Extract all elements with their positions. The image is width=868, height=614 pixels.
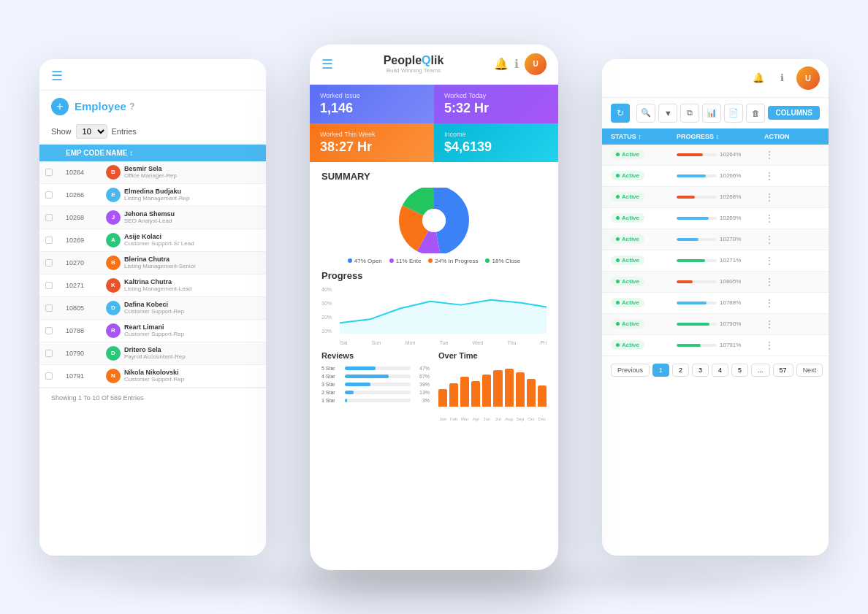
row-checkbox[interactable]	[45, 350, 53, 357]
row-checkbox[interactable]	[45, 304, 53, 312]
review-pct: 47%	[414, 366, 430, 371]
filter-button[interactable]: ▼	[658, 104, 677, 123]
info-icon[interactable]: ℹ	[514, 57, 519, 71]
avatar: D	[106, 346, 121, 361]
action-menu-icon[interactable]: ⋮	[764, 212, 774, 224]
emp-name: Elmedina Budjaku	[124, 188, 189, 195]
bottom-charts: Reviews 5 Star 47% 4 Star 67% 3 Star 39%…	[321, 351, 547, 421]
stat-card: Worked This Week 38:27 Hr	[310, 123, 434, 162]
progress-cell: 10268%	[677, 193, 764, 200]
rt-table-header: STATUS ↕ PROGRESS ↕ ACTION	[602, 128, 829, 145]
action-menu-icon[interactable]: ⋮	[764, 318, 774, 330]
page-4-button[interactable]: 4	[712, 364, 728, 377]
excel-button[interactable]: 📊	[702, 104, 721, 123]
table-row: Active 10269% ⋮	[602, 208, 829, 229]
pdf-button[interactable]: 📄	[724, 104, 743, 123]
action-menu-icon[interactable]: ⋮	[764, 170, 774, 182]
employee-table: EMP CODE NAME ↕ 10264 B Besmir Sela Offi…	[39, 145, 266, 388]
table-header: EMP CODE NAME ↕	[39, 145, 266, 161]
row-checkbox[interactable]	[45, 282, 53, 289]
show-entries-control: Show 10 25 50 Entries	[39, 118, 266, 145]
progress-bar-bg	[677, 344, 717, 347]
row-checkbox[interactable]	[45, 327, 53, 334]
page-ellipsis[interactable]: ...	[751, 364, 770, 377]
copy-button[interactable]: ⧉	[680, 104, 699, 123]
action-menu-icon[interactable]: ⋮	[764, 297, 774, 309]
phone-hamburger-icon[interactable]: ☰	[321, 56, 333, 72]
page-last-button[interactable]: 57	[773, 364, 793, 377]
columns-button[interactable]: COLUMNS	[768, 106, 820, 120]
action-cell: ⋮	[764, 255, 815, 266]
status-badge: Active	[611, 234, 644, 244]
page-5-button[interactable]: 5	[731, 364, 748, 377]
delete-button[interactable]: 🗑	[746, 104, 765, 123]
progress-bar-bg	[677, 196, 717, 199]
stat-value: $4,6139	[444, 139, 548, 155]
review-pct: 13%	[414, 390, 430, 395]
emp-role: Listing Management-Lead	[124, 285, 192, 292]
status-dot	[616, 322, 620, 326]
bell-icon[interactable]: 🔔	[494, 57, 509, 71]
action-menu-icon[interactable]: ⋮	[764, 149, 774, 161]
action-cell: ⋮	[764, 276, 815, 288]
ot-x-label: Apr	[471, 417, 480, 421]
bell-icon[interactable]: 🔔	[750, 69, 767, 87]
entries-select[interactable]: 10 25 50	[76, 124, 107, 139]
overtime-bar	[482, 375, 491, 406]
pagination: Previous 1 2 3 4 5 ... 57 Next	[602, 356, 829, 384]
ot-x-label: Mar	[460, 417, 469, 421]
line-chart: 40%30%20%10% SatSunMonTueWedThuFri	[321, 287, 547, 345]
stat-card: Worked Issue 1,146	[310, 85, 434, 123]
progress-bar-bg	[677, 323, 717, 326]
emp-role: Listing Management-Senior	[124, 263, 196, 269]
review-row: 2 Star 13%	[321, 390, 430, 395]
legend-dot	[485, 258, 490, 263]
action-menu-icon[interactable]: ⋮	[764, 234, 774, 245]
prev-button[interactable]: Previous	[611, 364, 650, 377]
row-checkbox[interactable]	[45, 259, 53, 266]
page-3-button[interactable]: 3	[692, 364, 709, 377]
ot-x-label: Jun	[482, 417, 491, 421]
progress-bar-bg	[677, 302, 717, 304]
progress-cell: 10269%	[677, 215, 764, 221]
emp-details: Kaltrina Chutra Listing Management-Lead	[124, 278, 192, 292]
progress-bar-bg	[677, 280, 717, 283]
review-row: 3 Star 39%	[321, 382, 430, 387]
table-row: 10268 J Jehona Shemsu SEO Analyst-Lead	[39, 207, 266, 229]
ot-x-label: Jan	[438, 417, 447, 421]
refresh-button[interactable]: ↻	[611, 104, 630, 123]
progress-bar-bg	[677, 217, 717, 220]
search-button[interactable]: 🔍	[636, 104, 655, 123]
status-cell: Active	[611, 234, 677, 244]
row-checkbox[interactable]	[45, 237, 53, 244]
page-2-button[interactable]: 2	[672, 364, 689, 377]
page-1-button[interactable]: 1	[652, 364, 669, 377]
emp-info: A Asije Kolaci Customer Support-Sr Lead	[106, 233, 260, 247]
action-menu-icon[interactable]: ⋮	[764, 191, 774, 203]
progress-label: 10269%	[720, 215, 741, 221]
table-row: Active 10270% ⋮	[602, 229, 829, 250]
review-fill	[345, 375, 389, 378]
header-icons: 🔔 ℹ U	[494, 53, 547, 75]
user-avatar[interactable]: U	[525, 53, 547, 75]
user-avatar[interactable]: U	[796, 66, 820, 90]
status-badge: Active	[611, 319, 644, 329]
progress-cell: 10805%	[677, 278, 764, 285]
hamburger-icon[interactable]: ☰	[51, 68, 63, 84]
next-button[interactable]: Next	[796, 364, 823, 377]
action-menu-icon[interactable]: ⋮	[764, 255, 774, 266]
progress-fill	[677, 238, 698, 241]
help-icon[interactable]: ?	[129, 101, 134, 112]
row-checkbox[interactable]	[45, 169, 53, 176]
add-employee-button[interactable]: +	[51, 98, 69, 115]
row-checkbox[interactable]	[45, 191, 53, 199]
status-badge: Active	[611, 277, 644, 286]
action-menu-icon[interactable]: ⋮	[764, 276, 774, 288]
info-icon[interactable]: ℹ	[773, 69, 791, 87]
row-checkbox[interactable]	[45, 372, 53, 380]
row-checkbox[interactable]	[45, 214, 53, 221]
status-dot	[616, 216, 620, 220]
action-menu-icon[interactable]: ⋮	[764, 339, 774, 351]
progress-cell: 10790%	[677, 321, 764, 327]
progress-fill	[677, 174, 706, 177]
